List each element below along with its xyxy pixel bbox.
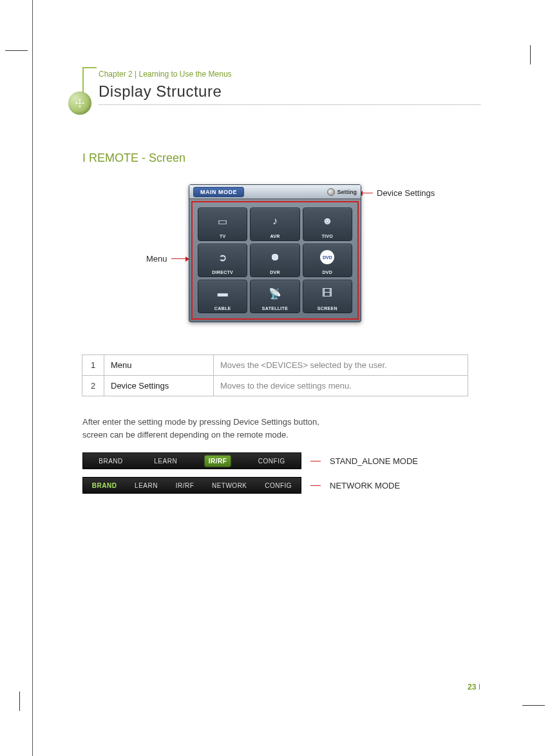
- standalone-mode-row: BRAND LEARN IR/RF CONFIG STAND_ALONE MOD…: [82, 452, 480, 469]
- avr-icon: ♪: [272, 208, 278, 234]
- crop-mark: [19, 692, 20, 711]
- row-number: 1: [82, 355, 104, 376]
- callout-menu: Menu: [146, 254, 189, 264]
- chapter-bullet-icon: [68, 92, 91, 115]
- device-avr[interactable]: ♪AVR: [250, 208, 299, 241]
- svg-point-1: [76, 102, 78, 104]
- page-title: Display Structure: [99, 82, 480, 101]
- crop-mark: [522, 705, 545, 706]
- titlebar-settings-button[interactable]: Setting: [327, 188, 357, 196]
- modebar-item-config[interactable]: CONFIG: [261, 480, 296, 491]
- crop-mark: [530, 45, 531, 64]
- remote-screen: MAIN MODE Setting ▭TV ♪AVR ☻TIVO ➲DIRECT…: [189, 184, 361, 322]
- network-mode-row: BRAND LEARN IR/RF NETWORK CONFIG NETWORK…: [82, 477, 480, 494]
- device-label: DVR: [270, 270, 280, 275]
- header-connector-line: [82, 67, 97, 93]
- page-number: 23 I: [468, 683, 480, 692]
- titlebar-mode: MAIN MODE: [193, 187, 244, 197]
- modebar-item-brand[interactable]: BRAND: [95, 456, 127, 467]
- svg-point-3: [79, 106, 81, 108]
- device-label: SCREEN: [318, 306, 337, 311]
- dvr-icon: ⏺: [270, 244, 280, 270]
- device-cable[interactable]: ▬CABLE: [198, 280, 247, 313]
- titlebar-setting-label: Setting: [337, 189, 357, 195]
- tv-icon: ▭: [218, 208, 227, 234]
- device-label: TIVO: [322, 234, 334, 238]
- title-divider: [99, 104, 480, 105]
- row-number: 2: [82, 376, 104, 396]
- row-desc: Moves the <DEVICES> selected by the user…: [214, 355, 468, 376]
- settings-gear-icon: [327, 188, 335, 196]
- device-label: DVD: [322, 270, 332, 275]
- network-modebar: BRAND LEARN IR/RF NETWORK CONFIG: [82, 477, 301, 494]
- screen-icon: 🎞: [322, 280, 332, 306]
- chapter-label: Chapter 2 | Learning to Use the Menus: [99, 70, 480, 79]
- cable-icon: ▬: [218, 280, 228, 306]
- modebar-item-network[interactable]: NETWORK: [208, 480, 251, 491]
- directv-icon: ➲: [218, 244, 227, 270]
- table-row: 2 Device Settings Moves to the device se…: [82, 376, 468, 396]
- modebar-item-irrf[interactable]: IR/RF: [205, 456, 231, 467]
- row-name: Device Settings: [104, 376, 214, 396]
- svg-point-4: [79, 102, 81, 104]
- device-tv[interactable]: ▭TV: [198, 208, 247, 241]
- section-heading: I REMOTE - Screen: [82, 151, 480, 165]
- remote-figure: Device Settings Menu MAIN MODE Setting ▭…: [82, 184, 468, 322]
- modebar-item-config[interactable]: CONFIG: [254, 456, 289, 467]
- device-grid: ▭TV ♪AVR ☻TIVO ➲DIRECTV ⏺DVR DVDDVD ▬CAB…: [191, 201, 359, 320]
- network-mode-label: NETWORK MODE: [330, 481, 400, 490]
- device-label: SATELLITE: [262, 306, 288, 311]
- callout-label: Device Settings: [377, 188, 435, 198]
- device-label: AVR: [270, 234, 280, 238]
- remote-titlebar: MAIN MODE Setting: [189, 185, 361, 199]
- tivo-icon: ☻: [322, 208, 333, 234]
- modebar-item-learn[interactable]: LEARN: [131, 480, 162, 491]
- device-label: DIRECTV: [212, 270, 233, 275]
- svg-point-2: [82, 102, 84, 104]
- modebar-item-learn[interactable]: LEARN: [150, 456, 181, 467]
- row-desc: Moves to the device settings menu.: [214, 376, 468, 396]
- device-label: CABLE: [214, 306, 231, 311]
- callout-label: Menu: [146, 254, 167, 264]
- note-paragraph: After enter the setting mode by pressing…: [82, 416, 480, 441]
- standalone-modebar: BRAND LEARN IR/RF CONFIG: [82, 452, 301, 469]
- row-name: Menu: [104, 355, 214, 376]
- device-label: TV: [220, 234, 226, 238]
- svg-point-0: [79, 99, 81, 101]
- dvd-icon: DVD: [320, 244, 334, 270]
- modebar-item-brand[interactable]: BRAND: [88, 480, 121, 491]
- margin-rule: [32, 0, 33, 756]
- device-directv[interactable]: ➲DIRECTV: [198, 244, 247, 277]
- standalone-mode-label: STAND_ALONE MODE: [330, 456, 418, 466]
- device-dvd[interactable]: DVDDVD: [303, 244, 352, 277]
- device-satellite[interactable]: 📡SATELLITE: [250, 280, 299, 313]
- satellite-icon: 📡: [269, 280, 281, 306]
- device-tivo[interactable]: ☻TIVO: [303, 208, 352, 241]
- device-dvr[interactable]: ⏺DVR: [250, 244, 299, 277]
- page-header: Chapter 2 | Learning to Use the Menus Di…: [70, 70, 480, 105]
- table-row: 1 Menu Moves the <DEVICES> selected by t…: [82, 355, 468, 376]
- modebar-item-irrf[interactable]: IR/RF: [172, 480, 198, 491]
- device-screen[interactable]: 🎞SCREEN: [303, 280, 352, 313]
- crop-mark: [5, 50, 28, 51]
- callout-device-settings: Device Settings: [359, 188, 435, 198]
- description-table: 1 Menu Moves the <DEVICES> selected by t…: [82, 354, 468, 396]
